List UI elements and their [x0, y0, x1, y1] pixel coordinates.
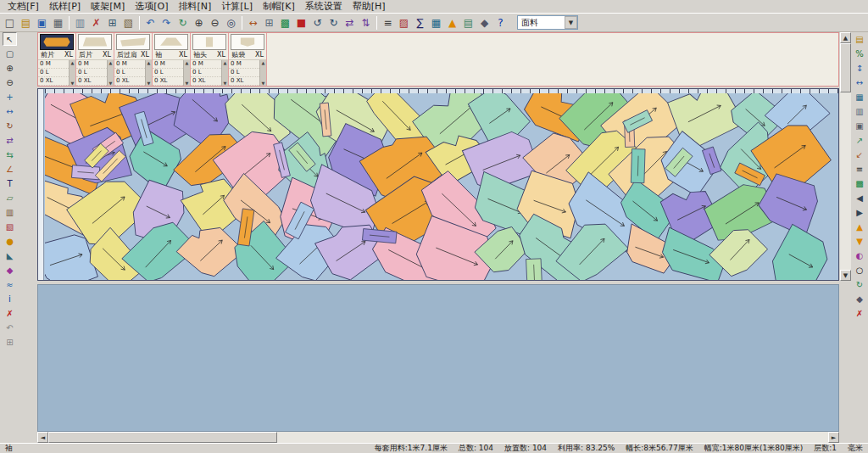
box-select-tool-icon[interactable]: ▢: [3, 47, 17, 60]
scroll-right-button[interactable]: ►: [828, 432, 839, 443]
slide-piece-tool-icon[interactable]: ⇆: [3, 148, 17, 161]
piece-mini-scrollbar[interactable]: ▲▼: [107, 60, 114, 86]
print-preview-icon[interactable]: ▥: [72, 14, 88, 31]
print-icon[interactable]: ▦: [50, 14, 66, 31]
horizontal-scroll-track[interactable]: [277, 432, 828, 443]
fabric-select[interactable]: 面料 ▼: [517, 15, 578, 30]
piece-size-row[interactable]: 0 XL: [153, 77, 183, 86]
menu-make-marker[interactable]: 制帽[K]: [258, 0, 300, 13]
menu-help[interactable]: 帮助[H]: [348, 0, 391, 13]
zoom-in-icon[interactable]: ⊕: [191, 14, 207, 31]
copy-piece-icon[interactable]: ⊞: [104, 14, 120, 31]
menu-options[interactable]: 选项[O]: [130, 0, 173, 13]
outline-view-icon[interactable]: ○: [853, 263, 867, 277]
piece-info-tool-icon[interactable]: i: [3, 292, 17, 305]
piece-tile[interactable]: 袖头XL0 M0 L0 XL▲▼: [191, 33, 229, 86]
help-icon[interactable]: ?: [492, 14, 509, 31]
piece-mini-scrollbar[interactable]: ▲▼: [69, 60, 75, 86]
piece-thumb[interactable]: [192, 34, 226, 50]
settings-icon[interactable]: ◆: [476, 14, 492, 31]
piece-mini-scrollbar[interactable]: ▲▼: [259, 60, 266, 86]
mini-scroll-down-icon[interactable]: ▼: [109, 81, 113, 86]
piece-thumb[interactable]: [40, 34, 74, 50]
mini-scroll-up-icon[interactable]: ▲: [109, 60, 113, 65]
rotate-left-icon[interactable]: ↺: [309, 14, 326, 31]
auto-nest-icon[interactable]: ▩: [277, 14, 293, 31]
mini-scroll-down-icon[interactable]: ▼: [186, 81, 189, 86]
mini-scroll-down-icon[interactable]: ▼: [147, 81, 151, 86]
rotate-piece-tool-icon[interactable]: ↻: [3, 119, 17, 132]
stripe-match-tool-icon[interactable]: ≈: [3, 277, 17, 291]
marker-area[interactable]: [37, 88, 839, 281]
refresh-view-icon[interactable]: ↻: [853, 277, 867, 291]
delete-piece-tool-icon[interactable]: ✗: [3, 306, 17, 320]
mini-scroll-down-icon[interactable]: ▼: [262, 81, 265, 86]
piece-mini-scrollbar[interactable]: ▲▼: [221, 60, 228, 86]
report-icon[interactable]: ≡: [853, 162, 867, 176]
zoom-out-tool-icon[interactable]: ⊖: [3, 76, 17, 89]
divide-piece-tool-icon[interactable]: ▥: [3, 205, 17, 219]
piece-size-row[interactable]: 0 L: [38, 69, 69, 77]
piece-size-row[interactable]: 0 L: [114, 69, 145, 77]
piece-size-row[interactable]: 0 L: [153, 69, 183, 77]
grid-tool-icon[interactable]: ⊞: [3, 335, 17, 349]
print-marker-icon[interactable]: ▣: [853, 119, 867, 132]
piece-tile[interactable]: 后片XL0 M0 L0 XL▲▼: [76, 33, 114, 86]
utilization-icon[interactable]: %: [853, 47, 867, 60]
horizontal-scrollbar[interactable]: ◄ ►: [37, 432, 839, 443]
piece-tile[interactable]: 前片XL0 M0 L0 XL▲▼: [38, 33, 76, 86]
vertical-scrollbar[interactable]: ▲ ▼: [840, 32, 851, 281]
menu-pattern[interactable]: 纸样[P]: [44, 0, 86, 13]
measure-icon[interactable]: ↔: [245, 14, 261, 31]
seam-tool-icon[interactable]: ▱: [3, 191, 17, 204]
save-file-icon[interactable]: ▣: [34, 14, 50, 31]
import-icon[interactable]: ↙: [853, 148, 867, 161]
piece-size-row[interactable]: 0 M: [38, 60, 69, 69]
piece-mini-scrollbar[interactable]: ▲▼: [183, 60, 190, 86]
refresh-icon[interactable]: ↻: [175, 14, 191, 31]
menu-marker[interactable]: 唛架[M]: [86, 0, 130, 13]
overlap-tool-icon[interactable]: ▧: [3, 220, 17, 233]
flip-vertical-icon[interactable]: ⇅: [358, 14, 374, 31]
marker-settings-icon[interactable]: ◆: [853, 292, 867, 305]
new-marker-icon[interactable]: □: [2, 14, 18, 31]
expand-view-icon[interactable]: ▶: [853, 205, 867, 219]
stop-nest-icon[interactable]: ■: [293, 14, 309, 31]
piece-size-row[interactable]: 0 XL: [191, 77, 221, 86]
fabric-width-icon[interactable]: ↕: [853, 61, 867, 75]
auto-arrange-icon[interactable]: ▩: [853, 176, 867, 190]
overlap-check-icon[interactable]: ▨: [396, 14, 412, 31]
mini-scroll-up-icon[interactable]: ▲: [262, 60, 265, 65]
mini-scroll-up-icon[interactable]: ▲: [71, 60, 75, 65]
scroll-left-button[interactable]: ◄: [37, 432, 48, 443]
fit-view-icon[interactable]: ◎: [223, 14, 239, 31]
move-piece-tool-icon[interactable]: ↔: [3, 104, 17, 118]
rotate-right-icon[interactable]: ↻: [326, 14, 342, 31]
piece-tile[interactable]: 袖XL0 M0 L0 XL▲▼: [153, 33, 191, 86]
redo-icon[interactable]: ↷: [159, 14, 175, 31]
piece-size-row[interactable]: 0 M: [153, 60, 183, 69]
nest-result-icon[interactable]: ▤: [853, 32, 867, 46]
scroll-down-button[interactable]: ▼: [840, 270, 851, 281]
piece-size-row[interactable]: 0 XL: [114, 77, 145, 86]
grid-icon[interactable]: ⊞: [261, 14, 277, 31]
piece-size-row[interactable]: 0 XL: [76, 77, 107, 86]
piece-size-row[interactable]: 0 L: [229, 69, 259, 77]
size-table-icon[interactable]: ▥: [853, 104, 867, 118]
piece-tile[interactable]: 贴袋XL0 M0 L0 XL▲▼: [229, 33, 267, 86]
piece-table-icon[interactable]: ▦: [428, 14, 444, 31]
mini-scroll-up-icon[interactable]: ▲: [186, 60, 189, 65]
layers-icon[interactable]: ▤: [460, 14, 476, 31]
zoom-out-icon[interactable]: ⊖: [207, 14, 223, 31]
piece-size-row[interactable]: 0 XL: [229, 77, 259, 86]
text-tool-icon[interactable]: T: [3, 176, 17, 190]
piece-size-row[interactable]: 0 L: [76, 69, 107, 77]
piece-thumb[interactable]: [78, 34, 112, 50]
measure-tool-icon[interactable]: ∠: [3, 162, 17, 176]
matching-tool-icon[interactable]: ◆: [3, 263, 17, 277]
chart-icon[interactable]: ▲: [444, 14, 460, 31]
pan-tool-icon[interactable]: +: [3, 90, 17, 103]
calculate-icon[interactable]: ∑: [412, 14, 428, 31]
menu-system-settings[interactable]: 系统设置: [300, 0, 348, 13]
lock-piece-tool-icon[interactable]: ●: [3, 234, 17, 248]
